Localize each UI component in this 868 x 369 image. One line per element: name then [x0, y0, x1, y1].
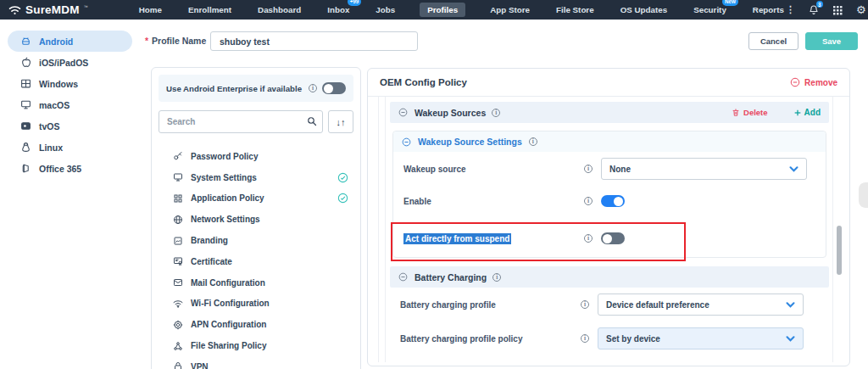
save-button[interactable]: Save [805, 32, 858, 50]
oem-config-panel: OEM Config Policy Remove Wakeup Sources [367, 68, 850, 366]
nav-item-inbox[interactable]: Inbox +99 [326, 3, 351, 17]
info-icon[interactable] [584, 165, 593, 173]
remove-policy-button[interactable]: Remove [790, 77, 837, 87]
policy-item-network[interactable]: Network Settings [152, 209, 360, 230]
enable-row: Enable [393, 186, 826, 216]
policy-item-vpn[interactable]: VPN [152, 356, 360, 369]
nav-item-profiles[interactable]: Profiles [420, 3, 465, 17]
certificate-icon [173, 256, 183, 266]
nav-item-enrollment[interactable]: Enrollment [186, 3, 233, 17]
android-enterprise-toggle[interactable] [322, 82, 346, 94]
battery-profile-row: Battery charging profile Device default … [390, 288, 829, 321]
scrollbar-thumb[interactable] [837, 226, 842, 275]
nav-item-jobs[interactable]: Jobs [374, 3, 397, 17]
notifications-bell-icon[interactable]: 3 [809, 4, 819, 15]
policy-item-branding[interactable]: Branding [152, 230, 360, 251]
info-icon[interactable] [584, 197, 593, 205]
sidebar-item-macos[interactable]: macOS [8, 94, 132, 115]
wakeup-source-label: Wakeup source [403, 165, 584, 174]
mail-icon [173, 277, 183, 288]
inbox-count-badge: +99 [348, 0, 362, 6]
policy-item-password[interactable]: Password Policy [152, 146, 360, 167]
kebab-menu-icon[interactable]: ⋮ [786, 4, 795, 15]
apps-icon [173, 193, 183, 204]
settings-gear-icon[interactable]: ⚙ [856, 4, 866, 15]
sidebar-item-label: Office 365 [39, 164, 81, 174]
info-icon[interactable] [492, 109, 500, 117]
nav-item-home[interactable]: Home [137, 3, 164, 17]
sidebar-item-linux[interactable]: Linux [8, 137, 132, 158]
delete-button[interactable]: Delete [732, 108, 768, 117]
policy-item-application[interactable]: Application Policy [152, 188, 360, 210]
policy-item-apn[interactable]: APN Configuration [152, 314, 360, 335]
security-new-badge: New [722, 0, 738, 6]
bell-count-badge: 3 [816, 1, 823, 8]
sidebar-item-tvos[interactable]: tvOS [8, 115, 132, 137]
wakeup-source-settings-title: Wakeup Source Settings [418, 137, 522, 147]
sidebar-item-label: macOS [39, 100, 70, 110]
sidebar-item-windows[interactable]: Windows [8, 73, 132, 94]
info-icon[interactable] [529, 137, 537, 146]
battery-profile-policy-select[interactable]: Set by device [598, 327, 804, 349]
battery-profile-policy-row: Battery charging profile policy Set by d… [390, 321, 829, 355]
nav-item-app-store[interactable]: App Store [488, 3, 531, 17]
platform-sidebar: Android iOS/iPadOS Windows macOS [0, 20, 141, 369]
nav-item-reports[interactable]: Reports [751, 3, 786, 17]
info-icon[interactable] [309, 84, 317, 92]
windows-icon [20, 78, 31, 89]
sidebar-item-office365[interactable]: Office 365 [8, 158, 132, 179]
battery-charging-title: Battery Charging [415, 272, 501, 282]
brand-logo[interactable]: SureMDM ™ [8, 3, 88, 16]
wakeup-source-settings-group: Wakeup Source Settings Wakeup source Non… [392, 131, 826, 258]
info-icon[interactable] [492, 273, 501, 282]
collapse-icon[interactable] [398, 108, 408, 117]
battery-profile-policy-label: Battery charging profile policy [400, 334, 581, 344]
oem-config-inner: Wakeup Sources Delete Add [385, 97, 833, 362]
act-directly-toggle[interactable] [601, 232, 625, 244]
policy-item-mail[interactable]: Mail Configuration [152, 272, 360, 294]
act-directly-label: Act directly from suspend [403, 234, 584, 243]
info-icon[interactable] [581, 300, 589, 309]
policy-item-certificate[interactable]: Certificate [152, 251, 360, 272]
sidebar-item-android[interactable]: Android [8, 31, 132, 52]
nav-item-os-updates[interactable]: OS Updates [619, 3, 670, 17]
cancel-button[interactable]: Cancel [748, 32, 798, 50]
collapse-icon[interactable] [398, 272, 408, 282]
battery-profile-select[interactable]: Device default preference [598, 294, 804, 316]
linux-penguin-icon [20, 142, 31, 153]
trash-icon [732, 108, 740, 117]
share-icon [173, 341, 183, 351]
apps-grid-icon[interactable] [832, 5, 843, 15]
policy-item-file-sharing[interactable]: File Sharing Policy [152, 335, 360, 356]
policy-item-system-settings[interactable]: System Settings [152, 167, 360, 188]
sort-button[interactable]: ↓↑ [328, 110, 353, 133]
edge-floating-widget[interactable] [859, 182, 868, 208]
sidebar-item-ios[interactable]: iOS/iPadOS [8, 52, 132, 73]
nav-item-file-store[interactable]: File Store [554, 3, 596, 17]
nav-menu: Home Enrollment Dashboard Inbox +99 Jobs… [137, 3, 786, 17]
add-button[interactable]: Add [793, 108, 821, 117]
apple-icon [20, 57, 31, 68]
trademark-mark: ™ [84, 4, 88, 9]
info-icon[interactable] [584, 234, 593, 243]
search-row: ↓↑ [159, 110, 353, 133]
nav-item-security[interactable]: Security New [692, 3, 728, 17]
oem-config-body: Wakeup Sources Delete Add [378, 97, 843, 362]
collapse-icon[interactable] [402, 137, 411, 147]
chevron-down-icon [789, 166, 798, 172]
search-icon [307, 116, 317, 126]
profile-name-label: * Profile Name [145, 36, 206, 46]
policies-panel: Use Android Enterprise if available ↓↑ P… [151, 67, 361, 369]
wakeup-source-select[interactable]: None [601, 158, 807, 180]
sort-arrows-icon: ↓↑ [337, 117, 346, 127]
enable-toggle[interactable] [601, 195, 625, 207]
globe-icon [173, 215, 183, 225]
search-input[interactable] [159, 110, 323, 133]
chevron-down-icon [786, 336, 795, 342]
nav-item-dashboard[interactable]: Dashboard [256, 3, 303, 17]
sidebar-item-label: iOS/iPadOS [39, 58, 88, 68]
wakeup-source-row: Wakeup source None [393, 152, 826, 186]
profile-name-input[interactable] [210, 31, 418, 51]
policy-item-wifi[interactable]: Wi-Fi Configuration [152, 294, 360, 315]
info-icon[interactable] [581, 334, 589, 343]
